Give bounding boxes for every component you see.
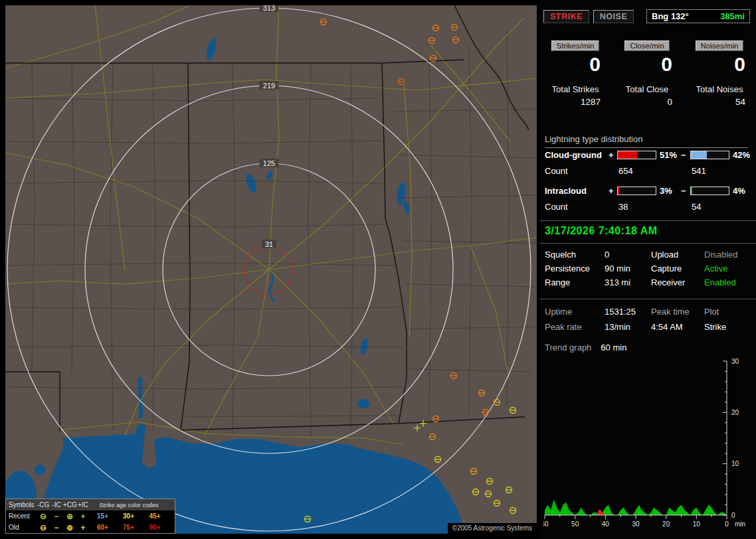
intracloud-row: Intracloud + 3% − 4% — [545, 186, 753, 196]
status-grid: Squelch 0 Upload Disabled Persistence 90… — [545, 250, 753, 287]
strike-symbol — [473, 489, 479, 495]
legend-col-pos-cg: +CG — [63, 501, 76, 508]
trend-graph-label: Trend graph — [545, 343, 591, 352]
strike-symbol — [494, 501, 500, 506]
cg-pos-bar — [617, 151, 656, 159]
svg-text:30: 30 — [731, 358, 739, 365]
range-ring-label: 219 — [263, 82, 275, 90]
age-15: 15+ — [90, 512, 116, 520]
strike-symbol — [510, 508, 516, 514]
capture-label: Capture — [651, 264, 704, 273]
close-per-min-button[interactable]: Close/min — [624, 40, 669, 51]
peak-rate-value: 13/min — [605, 322, 651, 332]
upload-label: Upload — [651, 250, 704, 260]
total-strikes-value: 1287 — [539, 97, 611, 107]
trend-graph-window: 60 min — [601, 343, 626, 352]
legend-old-row: Old ⊖ − ⊕ + 60+ 75+ 90+ — [6, 522, 175, 533]
range-ring-label: 31 — [265, 240, 273, 248]
age-90: 90+ — [142, 524, 168, 531]
strike-symbol — [433, 416, 439, 422]
map-legend: Symbols -CG -IC +CG +IC Strike age color… — [5, 499, 175, 534]
range-ring-label: 125 — [263, 159, 275, 167]
ic-neg-pct: 4% — [729, 186, 753, 196]
range-value: 313 mi — [605, 277, 651, 287]
receiver-status: Enabled — [704, 277, 753, 287]
cg-neg-pct: 42% — [729, 150, 753, 160]
old-neg-ic-icon: − — [50, 524, 63, 531]
svg-text:40: 40 — [602, 520, 610, 528]
svg-text:0: 0 — [731, 512, 735, 519]
range-label: Range — [545, 277, 605, 287]
bearing-label: Bng 132° — [652, 11, 689, 21]
svg-text:60: 60 — [543, 520, 549, 528]
bearing-display: Bng 132° 385mi — [646, 9, 750, 23]
receiver-label: Receiver — [651, 277, 704, 287]
strike-symbol — [510, 408, 516, 414]
map-view[interactable]: 31321912531 Symbols -CG -IC +CG +IC Stri… — [5, 5, 537, 534]
svg-text:10: 10 — [731, 460, 739, 467]
bearing-distance: 385mi — [720, 11, 745, 21]
ic-neg-count: 54 — [690, 202, 729, 212]
strikes-per-min-button[interactable]: Strikes/min — [551, 40, 600, 51]
squelch-label: Squelch — [545, 250, 605, 260]
legend-header-row: Symbols -CG -IC +CG +IC Strike age color… — [6, 499, 175, 510]
total-noises-label: Total Noises — [683, 84, 756, 94]
upload-status: Disabled — [704, 250, 753, 260]
cg-pos-pct: 51% — [656, 150, 681, 160]
legend-col-pos-ic: +IC — [76, 501, 90, 508]
total-close-value: 0 — [611, 97, 683, 107]
strike-symbol — [451, 373, 457, 379]
old-pos-cg-icon: ⊕ — [63, 524, 76, 531]
range-ring-label: 313 — [263, 5, 275, 12]
state-borders — [5, 5, 529, 431]
trend-graph-row: Trend graph 60 min — [545, 343, 626, 352]
legend-col-neg-ic: -IC — [50, 501, 63, 508]
cg-count-label: Count — [545, 166, 609, 176]
cg-pos-count: 654 — [617, 166, 656, 176]
strike-symbol — [321, 19, 327, 25]
strike-symbol — [430, 56, 436, 62]
strike-symbol — [399, 79, 405, 85]
recent-neg-ic-icon: − — [50, 513, 63, 520]
plus-sign: + — [609, 150, 617, 160]
strikes-per-min-value: 0 — [539, 51, 611, 78]
cloud-ground-count-row: Count 654 541 — [545, 166, 753, 176]
legend-old-label: Old — [6, 524, 37, 531]
legend-recent-row: Recent ⊖ − ⊕ + 15+ 30+ 45+ — [6, 510, 175, 522]
trend-chart: 6050403020100min0102030 — [543, 357, 756, 535]
separator — [539, 243, 756, 244]
legend-symbols-label: Symbols — [6, 501, 37, 508]
svg-text:10: 10 — [693, 520, 701, 528]
strike-symbol — [452, 25, 458, 31]
ic-pos-bar — [617, 187, 656, 195]
strike-symbol — [471, 469, 477, 475]
noises-per-min-button[interactable]: Noises/min — [696, 40, 744, 51]
age-30: 30+ — [116, 512, 142, 520]
cloud-ground-row: Cloud-ground + 51% − 42% — [545, 150, 753, 160]
side-panel: STRIKE NOISE Bng 132° 385mi Strikes/min … — [539, 0, 756, 539]
strike-symbol — [486, 491, 492, 497]
noise-button[interactable]: NOISE — [593, 10, 634, 23]
peak-time-label: Peak time — [651, 307, 704, 317]
recent-pos-ic-icon: + — [76, 513, 90, 520]
strike-symbol — [487, 479, 493, 485]
svg-text:min: min — [735, 520, 745, 528]
total-noises-value: 54 — [683, 97, 756, 107]
strike-symbol — [414, 425, 421, 431]
strike-symbol — [420, 420, 426, 427]
strike-symbol — [483, 410, 489, 416]
roads — [5, 5, 537, 445]
strike-symbol — [494, 400, 500, 406]
minus-sign: − — [681, 186, 690, 196]
cg-neg-bar — [690, 151, 729, 159]
close-per-min-value: 0 — [611, 51, 683, 78]
strike-symbol — [479, 390, 485, 396]
strike-button[interactable]: STRIKE — [543, 10, 589, 23]
uptime-label: Uptime — [545, 307, 605, 317]
age-75: 75+ — [116, 524, 142, 531]
total-strikes-label: Total Strikes — [539, 84, 611, 94]
intracloud-count-row: Count 38 54 — [545, 202, 753, 212]
legend-col-neg-cg: -CG — [37, 501, 50, 508]
capture-status: Active — [704, 264, 753, 273]
panel-topbar: STRIKE NOISE Bng 132° 385mi — [543, 9, 750, 23]
